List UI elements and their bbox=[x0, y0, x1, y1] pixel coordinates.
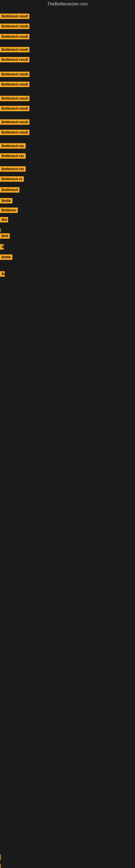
site-title: TheBottlenecker.com bbox=[0, 0, 135, 8]
vertical-line bbox=[0, 228, 1, 232]
bottleneck-badge: Bottleneck result bbox=[0, 82, 30, 87]
vertical-line bbox=[0, 855, 1, 860]
bottleneck-badge: Bottleneck result bbox=[0, 13, 30, 19]
bottleneck-badge: Bo bbox=[0, 271, 5, 277]
bottleneck-badge: Bottleneck result bbox=[0, 119, 30, 125]
bottleneck-badge: Bottleneck result bbox=[0, 24, 30, 29]
bottleneck-badge: Bottle bbox=[0, 254, 12, 260]
bottleneck-badge: Bottleneck result bbox=[0, 72, 30, 77]
bottleneck-badge: Bottleneck res bbox=[0, 143, 26, 149]
bottleneck-badge: Bottle bbox=[0, 198, 12, 204]
bottleneck-badge: B bbox=[0, 244, 4, 250]
bottleneck-badge: Bottleneck result bbox=[0, 57, 30, 62]
bottleneck-badge: Bot bbox=[0, 217, 8, 222]
bottleneck-badge: Bottleneck result bbox=[0, 130, 30, 135]
bottleneck-badge: Bottlenec bbox=[0, 208, 18, 213]
vertical-line bbox=[0, 864, 1, 868]
bottleneck-badge: Bottleneck result bbox=[0, 34, 30, 39]
bottleneck-badge: Bottleneck bbox=[0, 187, 19, 193]
bottleneck-badge: Bottleneck result bbox=[0, 96, 30, 101]
bottleneck-badge: Bottleneck res bbox=[0, 153, 26, 159]
bottleneck-badge: Bottleneck re bbox=[0, 176, 24, 182]
bottleneck-badge: Bottleneck result bbox=[0, 106, 30, 111]
bottleneck-badge: Bottleneck res bbox=[0, 166, 26, 172]
bottleneck-badge: Bott bbox=[0, 233, 10, 239]
bottleneck-badge: Bottleneck result bbox=[0, 47, 30, 52]
